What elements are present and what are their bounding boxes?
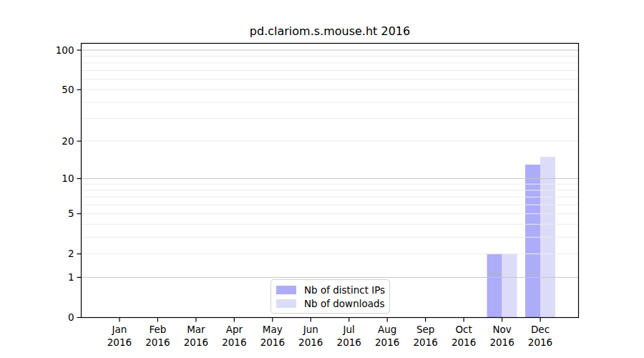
legend-swatch-distinct-ips [276,286,296,294]
legend: Nb of distinct IPs Nb of downloads [270,279,390,314]
bar-nb-of-downloads-nov-2016 [502,254,517,318]
x-tick-label: Jan2016 [107,324,132,348]
legend-item-downloads: Nb of downloads [271,299,389,309]
chart-title: pd.clariom.s.mouse.ht 2016 [81,26,579,37]
legend-label-distinct-ips: Nb of distinct IPs [304,284,385,296]
x-tick-label: Feb2016 [145,324,170,348]
x-tick-label: Apr2016 [222,324,246,348]
y-tick-label: 50 [62,84,74,95]
y-tick-label: 2 [68,248,74,259]
bar-nb-of-distinct-ips-nov-2016 [487,254,502,318]
legend-swatch-downloads [276,299,296,308]
y-tick-label: 5 [68,208,74,219]
y-tick-label: 0 [68,311,74,323]
x-tick-label: Mar2016 [184,324,208,348]
x-tick-label: Aug2016 [375,324,399,348]
x-tick-label: Oct2016 [452,324,476,348]
legend-item-distinct-ips: Nb of distinct IPs [271,285,389,295]
x-tick-label: Jul2016 [337,324,361,348]
x-tick-label: Jun2016 [298,324,323,348]
x-tick-label: Sep2016 [413,324,437,348]
x-tick-label: May2016 [260,324,285,348]
x-tick-label: Dec2016 [528,324,552,348]
y-tick-label: 10 [62,173,74,184]
y-tick-label: 1 [68,271,74,283]
legend-label-downloads: Nb of downloads [304,298,385,309]
x-tick-label: Nov2016 [489,324,514,348]
y-tick-label: 100 [56,44,74,56]
y-tick-label: 20 [62,135,74,147]
bar-nb-of-distinct-ips-dec-2016 [525,165,540,318]
